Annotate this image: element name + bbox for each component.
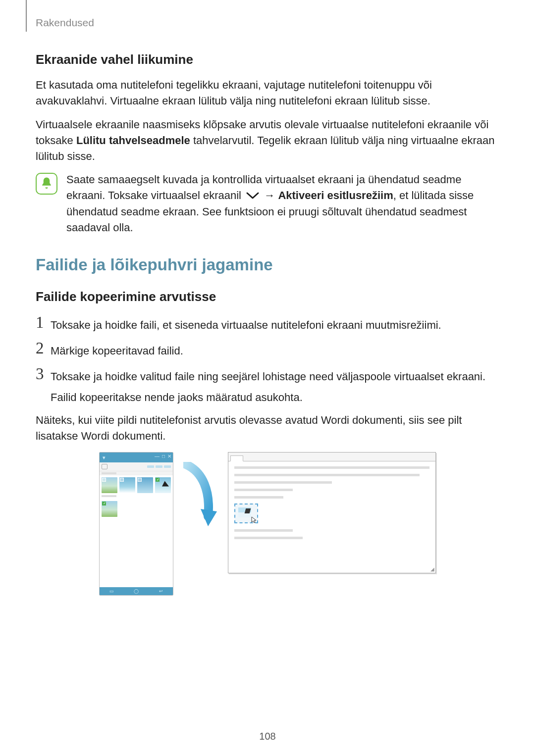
close-icon: ✕ <box>167 454 171 459</box>
section-heading-screens: Ekraanide vahel liikumine <box>36 52 499 67</box>
drag-arrow-icon <box>183 462 218 521</box>
paragraph-2: Virtuaalsele ekraanile naasmiseks klõpsa… <box>36 117 499 164</box>
gallery-thumb <box>137 477 153 493</box>
breadcrumb: Rakendused <box>36 17 499 29</box>
resize-grip-icon: ◢ <box>430 566 434 572</box>
chevron-down-icon <box>246 189 259 204</box>
illustration: ▾ — □ ✕ <box>36 452 499 596</box>
page-number: 108 <box>0 731 535 742</box>
phone-tab-icon <box>102 464 107 469</box>
titlebar-chevron-icon: ▾ <box>103 454 106 461</box>
step-3-sub: Failid kopeeritakse nende jaoks määratud… <box>51 390 485 405</box>
step-2-text: Märkige kopeeritavad failid. <box>51 340 183 359</box>
drop-target <box>234 504 258 523</box>
step-3-text: Toksake ja hoidke valitud faile ning see… <box>51 366 485 405</box>
gallery-thumb-selected <box>155 477 171 493</box>
note-bold: Aktiveeri esitlusrežiim <box>278 189 393 202</box>
cursor-icon <box>251 516 258 523</box>
step-number-3: 3 <box>36 366 51 382</box>
paragraph-1: Et kasutada oma nutitelefoni tegelikku e… <box>36 77 499 109</box>
paragraph-example: Näiteks, kui viite pildi nutitelefonist … <box>36 412 499 444</box>
note-arrow: → <box>264 189 275 202</box>
note-bell-icon <box>36 173 57 195</box>
note-text: Saate samaaegselt kuvada ja kontrollida … <box>66 172 499 236</box>
paragraph-2-bold: Lülitu tahvelseadmele <box>76 134 190 147</box>
subheading-copy-files: Failide kopeerimine arvutisse <box>36 289 499 304</box>
gallery-thumb <box>119 477 135 493</box>
nav-back-icon: ↩ <box>159 589 163 594</box>
gallery-thumb-selected <box>102 501 117 517</box>
maximize-icon: □ <box>162 454 165 459</box>
header-divider <box>26 0 27 32</box>
step-1-text: Toksake ja hoidke faili, et siseneda vir… <box>51 314 441 333</box>
nav-home-icon: ◯ <box>134 589 139 594</box>
illustration-phone: ▾ — □ ✕ <box>99 452 173 596</box>
step-3-main: Toksake ja hoidke valitud faile ning see… <box>51 370 485 383</box>
illustration-document-window: ◢ <box>228 452 436 573</box>
gallery-thumb <box>102 477 117 493</box>
step-number-2: 2 <box>36 340 51 356</box>
minimize-icon: — <box>155 454 160 459</box>
step-number-1: 1 <box>36 314 51 331</box>
section-heading-files: Failide ja lõikepuhvri jagamine <box>36 255 499 274</box>
nav-recent-icon: ▭ <box>109 589 114 594</box>
